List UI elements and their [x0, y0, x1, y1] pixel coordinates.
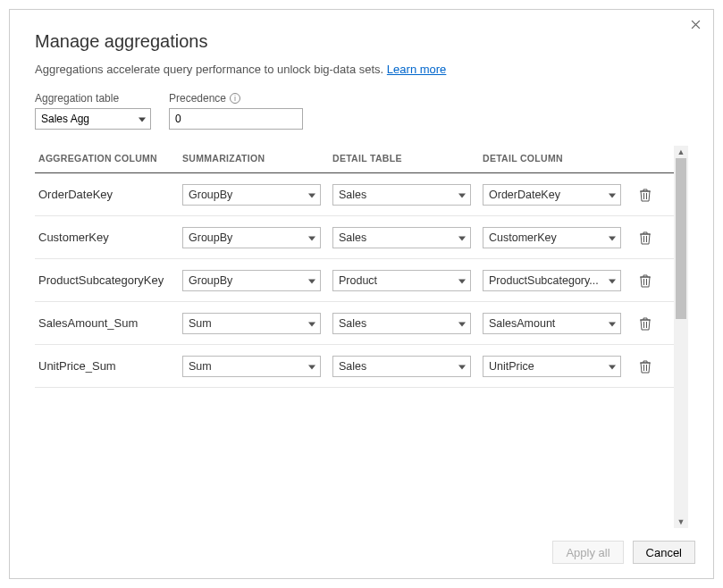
- cancel-button[interactable]: Cancel: [633, 541, 695, 564]
- detail-column-select[interactable]: CustomerKey: [483, 227, 621, 248]
- agg-column-name: OrderDateKey: [35, 188, 182, 201]
- close-button[interactable]: [688, 17, 702, 31]
- delete-row-button[interactable]: [633, 188, 658, 202]
- agg-column-name: SalesAmount_Sum: [35, 316, 182, 330]
- aggregation-table: AGGREGATION COLUMN SUMMARIZATION DETAIL …: [35, 146, 674, 528]
- summarization-select[interactable]: GroupBy: [182, 227, 321, 248]
- apply-all-button[interactable]: Apply all: [552, 541, 623, 564]
- dialog-description: Aggregations accelerate query performanc…: [35, 63, 688, 76]
- detail-table-select[interactable]: Sales: [332, 356, 471, 377]
- summarization-select[interactable]: GroupBy: [182, 184, 321, 206]
- header-detail-table: DETAIL TABLE: [332, 153, 483, 164]
- detail-table-select[interactable]: Sales: [332, 184, 471, 206]
- delete-row-button[interactable]: [633, 273, 658, 288]
- precedence-label: Precedence i: [169, 92, 303, 105]
- summarization-select[interactable]: Sum: [182, 356, 321, 377]
- detail-table-select[interactable]: Product: [332, 270, 471, 291]
- agg-table-select[interactable]: Sales Agg: [35, 108, 151, 130]
- header-summarization: SUMMARIZATION: [182, 153, 332, 164]
- detail-table-select[interactable]: Sales: [332, 227, 471, 248]
- detail-column-select[interactable]: SalesAmount: [483, 313, 621, 334]
- header-detail-col: DETAIL COLUMN: [483, 153, 633, 164]
- scroll-down-arrow[interactable]: ▼: [674, 516, 688, 528]
- delete-row-button[interactable]: [633, 231, 658, 245]
- table-row: OrderDateKeyGroupBySalesOrderDateKey: [35, 173, 674, 216]
- detail-column-select[interactable]: ProductSubcategory...: [483, 270, 621, 291]
- table-row: CustomerKeyGroupBySalesCustomerKey: [35, 216, 674, 259]
- detail-column-select[interactable]: UnitPrice: [483, 356, 621, 377]
- dialog-footer: Apply all Cancel: [10, 528, 713, 578]
- info-icon[interactable]: i: [230, 93, 240, 104]
- agg-column-name: UnitPrice_Sum: [35, 359, 182, 373]
- table-row: ProductSubcategoryKeyGroupByProductProdu…: [35, 259, 674, 302]
- dialog-title: Manage aggregations: [35, 31, 688, 52]
- scroll-up-arrow[interactable]: ▲: [674, 146, 688, 158]
- delete-row-button[interactable]: [633, 316, 658, 331]
- agg-column-name: ProductSubcategoryKey: [35, 273, 182, 287]
- scroll-thumb[interactable]: [676, 158, 686, 319]
- table-row: UnitPrice_SumSumSalesUnitPrice: [35, 345, 674, 388]
- table-row: SalesAmount_SumSumSalesSalesAmount: [35, 302, 674, 345]
- table-header: AGGREGATION COLUMN SUMMARIZATION DETAIL …: [35, 146, 674, 173]
- agg-table-value: Sales Agg: [41, 113, 89, 125]
- summarization-select[interactable]: GroupBy: [182, 270, 321, 291]
- vertical-scrollbar[interactable]: ▲ ▼: [674, 146, 688, 528]
- header-agg-col: AGGREGATION COLUMN: [35, 153, 182, 164]
- precedence-input[interactable]: [169, 108, 303, 130]
- delete-row-button[interactable]: [633, 359, 658, 374]
- agg-column-name: CustomerKey: [35, 231, 182, 244]
- summarization-select[interactable]: Sum: [182, 313, 321, 334]
- manage-aggregations-dialog: Manage aggregations Aggregations acceler…: [9, 9, 714, 579]
- detail-table-select[interactable]: Sales: [332, 313, 471, 334]
- learn-more-link[interactable]: Learn more: [387, 63, 446, 76]
- description-text: Aggregations accelerate query performanc…: [35, 63, 383, 76]
- detail-column-select[interactable]: OrderDateKey: [483, 184, 621, 206]
- precedence-label-text: Precedence: [169, 92, 226, 105]
- agg-table-label: Aggregation table: [35, 92, 151, 105]
